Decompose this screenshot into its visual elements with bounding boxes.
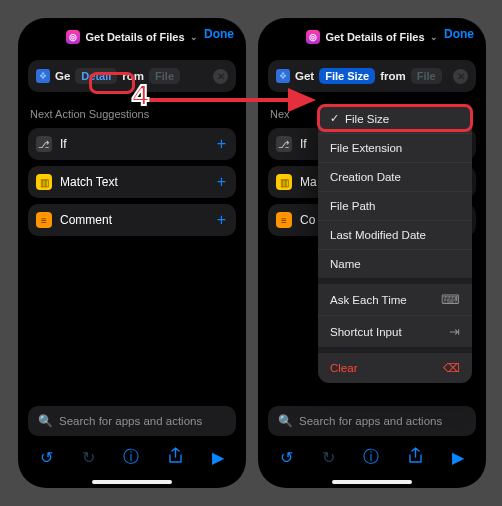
option-label: File Size [345,113,389,125]
action-text-mid: from [380,70,406,82]
header: ◎ Get Details of Files ⌄ Done [258,18,486,52]
search-icon: 🔍 [38,414,53,428]
popover-shortcut-input[interactable]: Shortcut Input ⇥ [318,316,472,347]
chevron-down-icon: ⌄ [190,32,198,42]
clear-action-icon[interactable]: ✕ [453,69,468,84]
clear-action-icon[interactable]: ✕ [213,69,228,84]
option-label: Shortcut Input [330,326,402,338]
action-get-details[interactable]: ❖ Ge Detail rom File ✕ [28,60,236,92]
redo-icon: ↻ [322,448,335,467]
search-bar[interactable]: 🔍 Search for apps and actions [28,406,236,436]
plus-icon[interactable]: + [217,211,226,229]
details-icon: ◎ [306,30,320,44]
option-label: Name [330,258,361,270]
popover-option-name[interactable]: Name [318,250,472,278]
share-icon[interactable] [408,447,423,468]
suggestion-label: Match Text [60,175,118,189]
title-text: Get Details of Files [325,31,424,43]
chevron-down-icon: ⌄ [430,32,438,42]
branch-icon: ⎇ [276,136,292,152]
detail-popover: ✓ File Size File Extension Creation Date… [318,104,472,383]
file-token[interactable]: File [149,68,180,84]
popover-clear[interactable]: Clear ⌫ [318,353,472,383]
search-placeholder: Search for apps and actions [59,415,202,427]
home-indicator[interactable] [92,480,172,484]
details-icon: ◎ [66,30,80,44]
option-label: File Extension [330,142,402,154]
workspace: ❖ Ge Detail rom File ✕ Next Action Sugge… [18,52,246,236]
suggestions-label: Next Action Suggestions [30,108,234,120]
option-label: Creation Date [330,171,401,183]
play-icon[interactable]: ▶ [212,448,224,467]
share-icon[interactable] [168,447,183,468]
popover-option-file-size[interactable]: ✓ File Size [318,104,472,134]
title-text: Get Details of Files [85,31,184,43]
comment-icon: ≡ [276,212,292,228]
undo-icon[interactable]: ↺ [280,448,293,467]
clear-icon: ⌫ [443,361,460,375]
check-icon: ✓ [330,112,339,125]
popover-option-file-extension[interactable]: File Extension [318,134,472,163]
detail-token[interactable]: Detail [75,68,117,84]
bottom-toolbar: ↺ ↻ ⓘ ▶ [258,440,486,474]
plus-icon[interactable]: + [217,135,226,153]
info-icon[interactable]: ⓘ [363,447,379,468]
popover-ask-each-time[interactable]: Ask Each Time ⌨ [318,284,472,316]
popover-option-last-modified-date[interactable]: Last Modified Date [318,221,472,250]
ask-icon: ⌨ [441,292,460,307]
suggestion-label: Comment [60,213,112,227]
suggestion-match-text[interactable]: ▥ Match Text + [28,166,236,198]
match-icon: ▥ [36,174,52,190]
suggestion-label: Ma [300,175,317,189]
home-indicator[interactable] [332,480,412,484]
header: ◎ Get Details of Files ⌄ Done [18,18,246,52]
shortcut-title[interactable]: ◎ Get Details of Files ⌄ [306,30,437,44]
detail-token[interactable]: File Size [319,68,375,84]
plus-icon[interactable]: + [217,173,226,191]
suggestion-if[interactable]: ⎇ If + [28,128,236,160]
bottom-toolbar: ↺ ↻ ⓘ ▶ [18,440,246,474]
phone-left: ◎ Get Details of Files ⌄ Done ❖ Ge Detai… [18,18,246,488]
search-icon: 🔍 [278,414,293,428]
action-get-details[interactable]: ❖ Get File Size from File ✕ [268,60,476,92]
undo-icon[interactable]: ↺ [40,448,53,467]
search-placeholder: Search for apps and actions [299,415,442,427]
popover-option-file-path[interactable]: File Path [318,192,472,221]
file-details-icon: ❖ [276,69,290,83]
file-token[interactable]: File [411,68,442,84]
suggestion-comment[interactable]: ≡ Comment + [28,204,236,236]
clear-label: Clear [330,362,357,374]
branch-icon: ⎇ [36,136,52,152]
option-label: File Path [330,200,375,212]
phone-right: ◎ Get Details of Files ⌄ Done ❖ Get File… [258,18,486,488]
search-bar[interactable]: 🔍 Search for apps and actions [268,406,476,436]
action-text-prefix: Ge [55,70,70,82]
input-icon: ⇥ [449,324,460,339]
action-text-prefix: Get [295,70,314,82]
option-label: Last Modified Date [330,229,426,241]
suggestion-label: Co [300,213,315,227]
done-button[interactable]: Done [204,27,234,41]
shortcut-title[interactable]: ◎ Get Details of Files ⌄ [66,30,197,44]
done-button[interactable]: Done [444,27,474,41]
file-details-icon: ❖ [36,69,50,83]
popover-option-creation-date[interactable]: Creation Date [318,163,472,192]
action-text-mid: rom [122,70,144,82]
suggestion-label: If [300,137,307,151]
match-icon: ▥ [276,174,292,190]
option-label: Ask Each Time [330,294,407,306]
info-icon[interactable]: ⓘ [123,447,139,468]
play-icon[interactable]: ▶ [452,448,464,467]
comment-icon: ≡ [36,212,52,228]
redo-icon: ↻ [82,448,95,467]
suggestion-label: If [60,137,67,151]
